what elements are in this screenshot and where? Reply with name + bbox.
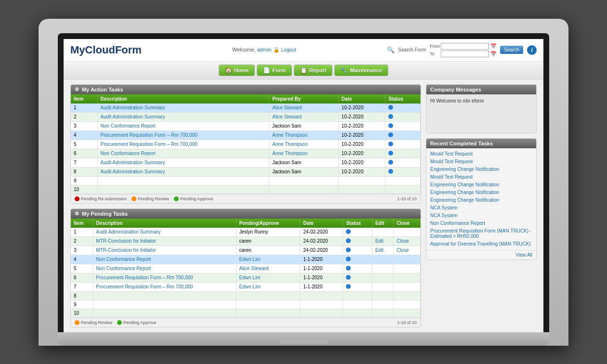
- list-item[interactable]: Engineering Change Notification: [426, 196, 536, 204]
- edit-button[interactable]: Edit: [375, 238, 383, 244]
- table-row[interactable]: 7 Audit Administration Summary Jackson S…: [71, 158, 421, 167]
- close-button[interactable]: Close: [396, 247, 409, 253]
- row-status: [343, 309, 372, 317]
- preparer-link[interactable]: Anne Thompson: [272, 132, 307, 138]
- from-calendar-icon[interactable]: 📅: [490, 43, 496, 49]
- preparer-link[interactable]: Anne Thompson: [272, 151, 307, 156]
- description-link[interactable]: Non Conformance Report: [101, 151, 156, 156]
- info-icon[interactable]: i: [527, 45, 537, 55]
- description-link[interactable]: MTR-Conclusion for Initiator: [96, 238, 156, 244]
- row-status: [343, 236, 372, 246]
- edit-button[interactable]: Edit: [375, 247, 383, 253]
- description-link[interactable]: Procurement Requisition Form – Rm 700,00…: [101, 142, 198, 147]
- pending-link[interactable]: Edwn Lim: [239, 257, 261, 262]
- row-description[interactable]: Non Conformance Report: [97, 149, 269, 158]
- search-button[interactable]: Search: [500, 46, 523, 54]
- list-item[interactable]: NCA System: [426, 204, 536, 212]
- row-item: 5: [71, 140, 97, 149]
- pcol-status: Status: [343, 219, 372, 228]
- preparer-link[interactable]: Alice Steward: [272, 114, 302, 119]
- description-link[interactable]: Non Conformance Report: [101, 123, 156, 129]
- row-close[interactable]: Close: [394, 246, 421, 255]
- view-all-button[interactable]: View All: [426, 250, 536, 260]
- row-description[interactable]: Procurement Requisition Form – Rm 700,00…: [97, 130, 269, 140]
- row-close[interactable]: Close: [394, 236, 421, 246]
- list-item[interactable]: NCA System: [426, 212, 536, 220]
- pending-tasks-icon: ⚙: [75, 211, 79, 216]
- table-row[interactable]: 7 Procurement Requisition Form – Rm 700,…: [71, 282, 421, 291]
- pending-link[interactable]: Alice Steward: [239, 266, 269, 271]
- description-link[interactable]: Procurement Requisition Form – Rm 700,00…: [96, 284, 193, 289]
- table-row[interactable]: 4 Procurement Requisition Form – Rm 700,…: [71, 130, 421, 140]
- description-link[interactable]: Audit Administration Summary: [96, 229, 160, 234]
- logout-link[interactable]: Logout: [281, 47, 296, 52]
- row-description[interactable]: Audit Administration Summary: [97, 112, 269, 121]
- row-description[interactable]: Non Conformance Report: [93, 264, 236, 273]
- table-row[interactable]: 8 Audit Administration Summary Jackson S…: [71, 167, 421, 176]
- description-link[interactable]: Audit Administration Summary: [101, 114, 165, 119]
- action-tasks-body: 1 Audit Administration Summary Alice Ste…: [71, 104, 421, 194]
- list-item[interactable]: Approval for Oversea Travelling (MAN TRU…: [426, 240, 536, 248]
- description-link[interactable]: Audit Administration Summary: [101, 160, 165, 165]
- row-description[interactable]: Audit Administration Summary: [97, 104, 269, 113]
- row-description[interactable]: Audit Administration Summary: [97, 158, 269, 167]
- table-row[interactable]: 3 MTR-Conclusion for Initiator caren 24-…: [71, 246, 421, 255]
- list-item[interactable]: Engineering Change Notification: [426, 181, 536, 189]
- close-button[interactable]: Close: [396, 238, 409, 244]
- description-link[interactable]: Audit Administration Summary: [101, 169, 165, 174]
- description-link[interactable]: Non Conformance Report: [96, 266, 151, 271]
- maintenance-button[interactable]: 🔧 Maintenance: [334, 65, 388, 76]
- table-row[interactable]: 1 Audit Administration Summary Jeslyn Ru…: [71, 228, 421, 237]
- list-item[interactable]: Non Conformance Report: [426, 220, 536, 227]
- table-row[interactable]: 5 Non Conformance Report Alice Steward 1…: [71, 264, 421, 273]
- row-description[interactable]: Non Conformance Report: [93, 255, 236, 264]
- recent-tasks-list: Mould Test RequestMould Test RequestEngi…: [426, 148, 536, 250]
- description-link[interactable]: MTR-Conclusion for Initiator: [96, 247, 156, 253]
- to-calendar-icon[interactable]: 📅: [490, 51, 496, 56]
- to-label: To: [430, 52, 439, 56]
- description-link[interactable]: Non Conformance Report: [96, 257, 151, 262]
- row-description[interactable]: MTR-Conclusion for Initiator: [93, 246, 236, 255]
- description-link[interactable]: Procurement Requisition Form – Rm 700,00…: [96, 275, 193, 280]
- row-edit[interactable]: Edit: [372, 246, 393, 255]
- row-description[interactable]: Procurement Requisition Form – Rm 700,00…: [93, 273, 236, 282]
- row-description[interactable]: Non Conformance Report: [97, 121, 269, 130]
- table-row[interactable]: 3 Non Conformance Report Jackson Sam 10-…: [71, 121, 421, 130]
- table-row[interactable]: 2 MTR-Conclusion for Initiator caren 24-…: [71, 236, 421, 246]
- list-item[interactable]: Mould Test Request: [426, 173, 536, 181]
- company-message-text: Hi Welcome to nitx eform: [430, 98, 484, 104]
- list-item[interactable]: Engineering Change Notification: [426, 166, 536, 173]
- table-row[interactable]: 1 Audit Administration Summary Alice Ste…: [71, 104, 421, 113]
- home-button[interactable]: 🏠 Home: [219, 65, 255, 76]
- list-item[interactable]: Procurement Requisition Form (MAN TRUCK)…: [426, 227, 536, 240]
- row-description[interactable]: Procurement Requisition Form – Rm 700,00…: [93, 282, 236, 291]
- form-button[interactable]: 📄 Form: [257, 65, 292, 76]
- pcol-description: Description: [93, 219, 236, 228]
- preparer-link[interactable]: Anne Thompson: [272, 142, 307, 147]
- search-to-input[interactable]: [441, 51, 489, 57]
- table-row[interactable]: 4 Non Conformance Report Edwn Lim 1-1-20…: [71, 255, 421, 264]
- row-description[interactable]: Audit Administration Summary: [93, 228, 236, 237]
- list-item[interactable]: Mould Test Request: [426, 150, 536, 158]
- search-from-input[interactable]: [441, 43, 489, 50]
- row-edit[interactable]: Edit: [372, 236, 393, 246]
- row-status: [343, 300, 372, 309]
- report-button[interactable]: 📋 Report: [294, 65, 332, 76]
- table-row[interactable]: 6 Non Conformance Report Anne Thompson 1…: [71, 149, 421, 158]
- row-description[interactable]: Procurement Requisition Form – Rm 700,00…: [97, 140, 269, 149]
- list-item[interactable]: Engineering Change Notification: [426, 189, 536, 196]
- list-item[interactable]: Mould Test Request: [426, 158, 536, 166]
- description-link[interactable]: Procurement Requisition Form – Rm 700,00…: [101, 132, 198, 138]
- table-row: 10: [71, 309, 421, 317]
- pending-link[interactable]: Edwn Lim: [239, 284, 261, 289]
- table-row[interactable]: 2 Audit Administration Summary Alice Ste…: [71, 112, 421, 121]
- row-description[interactable]: Audit Administration Summary: [97, 167, 269, 176]
- username-link[interactable]: admin: [257, 47, 272, 52]
- description-link[interactable]: Audit Administration Summary: [101, 105, 165, 110]
- pending-link[interactable]: Edwn Lim: [239, 275, 261, 280]
- table-row[interactable]: 6 Procurement Requisition Form – Rm 700,…: [71, 273, 421, 282]
- row-pending: [236, 309, 300, 317]
- row-description[interactable]: MTR-Conclusion for Initiator: [93, 236, 236, 246]
- table-row[interactable]: 5 Procurement Requisition Form – Rm 700,…: [71, 140, 421, 149]
- preparer-link[interactable]: Alice Steward: [272, 105, 302, 110]
